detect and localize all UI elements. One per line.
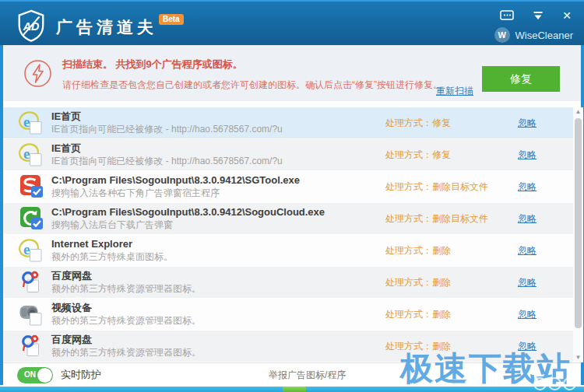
scan-result-banner: 扫描结束。 共找到9个广告程序或图标。 请仔细检查是否包含您自己创建的或者您许可… (3, 45, 581, 101)
list-item[interactable]: 百度网盘 额外的第三方特殊资源管理器图标。 处理方式：删除 忽略 (3, 267, 581, 299)
row-ignore-link[interactable]: 忽略 (518, 149, 537, 162)
row-ignore-link[interactable]: 忽略 (518, 180, 537, 194)
baidu-pan-icon (19, 270, 44, 295)
row-description: IE首页指向可能已经被修改 - http://hao.5678567.com/?… (51, 124, 283, 135)
row-texts: 视频设备 额外的第三方特殊资源管理器图标。 (51, 302, 201, 327)
row-title: 百度网盘 (51, 270, 201, 282)
list-item[interactable]: e IE首页 IE首页指向可能已经被修改 - http://hao.567856… (3, 139, 581, 171)
svg-text:e: e (23, 145, 30, 162)
sogou-cloud-icon (19, 206, 44, 231)
scrollbar-thumb[interactable] (575, 118, 582, 328)
fix-button[interactable]: 修复 (482, 66, 560, 92)
row-title: C:\Program Files\SogouInput\8.3.0.9412\S… (51, 174, 300, 187)
row-ignore-link[interactable]: 忽略 (518, 244, 537, 257)
list-item[interactable]: 视频设备 额外的第三方特殊资源管理器图标。 处理方式：删除 忽略 (3, 299, 581, 331)
scan-hint: 请仔细检查是否包含您自己创建的或者您许可创建的图标。确认后点击“修复”按钮进行修… (62, 79, 442, 92)
list-item[interactable]: e IE首页 IE首页指向可能已经被修改 - http://hao.567856… (3, 107, 581, 139)
row-texts: Internet Explorer 额外的第三方特殊桌面图标。 (51, 238, 173, 263)
row-action-method: 处理方式：删除 (385, 308, 451, 321)
ie-icon: e (19, 142, 44, 167)
window-content: 扫描结束。 共找到9个广告程序或图标。 请仔细检查是否包含您自己创建的或者您许可… (0, 45, 584, 385)
row-ignore-link[interactable]: 忽略 (518, 212, 537, 226)
beta-badge: Beta (159, 14, 184, 25)
titlebar: AD 广告清道夫 Beta ✕ W (0, 0, 584, 45)
list-item[interactable]: C:\Program Files\SogouInput\8.3.0.9412\S… (3, 203, 581, 235)
svg-text:e: e (23, 114, 30, 130)
row-action-method: 处理方式：修复 (385, 117, 451, 130)
wisecleaner-brand: W WiseCleaner (494, 27, 573, 43)
scan-summary: 扫描结束。 共找到9个广告程序或图标。 (62, 58, 442, 72)
app-logo: AD 广告清道夫 Beta (16, 9, 184, 45)
row-action-method: 处理方式：删除目标文件 (385, 212, 488, 226)
row-description: 额外的第三方特殊资源管理器图标。 (51, 347, 201, 359)
sogou-input-icon (19, 174, 44, 199)
row-title: 视频设备 (51, 302, 201, 314)
window-bottom-edge (0, 387, 584, 392)
row-description: 搜狗输入法后台下载广告弹窗 (51, 219, 325, 231)
toggle-knob (37, 368, 52, 383)
row-title: IE首页 (51, 142, 283, 155)
close-icon[interactable]: ✕ (562, 9, 572, 22)
report-ad-link[interactable]: 举报广告图标/程序 (269, 369, 346, 382)
banner-text: 扫描结束。 共找到9个广告程序或图标。 请仔细检查是否包含您自己创建的或者您许可… (62, 58, 442, 92)
row-description: IE首页指向可能已经被修改 - http://hao.5678567.com/?… (51, 156, 283, 167)
video-device-icon (19, 302, 44, 327)
toggle-state-label: ON (24, 370, 36, 379)
row-title: Internet Explorer (51, 238, 173, 250)
row-action-method: 处理方式：删除 (385, 340, 451, 353)
row-ignore-link[interactable]: 忽略 (518, 308, 537, 321)
rescan-link[interactable]: 重新扫描 (436, 85, 473, 98)
row-texts: 百度网盘 额外的第三方特殊资源管理器图标。 (51, 334, 201, 359)
list-item[interactable]: 百度网盘 额外的第三方特殊资源管理器图标。 处理方式：删除 忽略 (3, 331, 581, 362)
row-action-method: 处理方式：修复 (385, 149, 451, 162)
lightning-scan-icon (23, 59, 52, 91)
protection-label: 实时防护 (61, 368, 101, 382)
row-title: 百度网盘 (51, 334, 201, 346)
ad-list: e IE首页 IE首页指向可能已经被修改 - http://hao.567856… (3, 107, 581, 362)
feedback-icon[interactable] (500, 9, 514, 22)
brand-name: WiseCleaner (515, 30, 573, 41)
row-ignore-link[interactable]: 忽略 (518, 340, 537, 353)
minimize-to-tray-icon[interactable] (533, 9, 544, 22)
row-description: 额外的第三方特殊资源管理器图标。 (51, 315, 201, 327)
window-controls: ✕ (500, 9, 572, 22)
row-title: IE首页 (51, 110, 283, 123)
row-texts: C:\Program Files\SogouInput\8.3.0.9412\S… (51, 206, 325, 231)
row-title: C:\Program Files\SogouInput\8.3.0.9412\S… (51, 206, 325, 219)
list-item[interactable]: C:\Program Files\SogouInput\8.3.0.9412\S… (3, 171, 581, 203)
baidu-pan-icon (19, 334, 44, 359)
ad-cleaner-window: AD 广告清道夫 Beta ✕ W (0, 0, 584, 392)
bottombar: ON 实时防护 举报广告图标/程序 (3, 362, 581, 387)
row-ignore-link[interactable]: 忽略 (518, 276, 537, 289)
row-description: 额外的第三方特殊桌面图标。 (51, 251, 173, 263)
row-ignore-link[interactable]: 忽略 (518, 117, 537, 130)
row-texts: IE首页 IE首页指向可能已经被修改 - http://hao.5678567.… (51, 142, 283, 167)
row-description: 额外的第三方特殊资源管理器图标。 (51, 283, 201, 295)
row-texts: 百度网盘 额外的第三方特殊资源管理器图标。 (51, 270, 201, 295)
desktop-sliver (283, 387, 306, 392)
app-title: 广告清道夫 (56, 16, 157, 38)
row-action-method: 处理方式：删除 (385, 276, 451, 289)
scroll-down-icon[interactable]: ▼ (573, 353, 583, 362)
scroll-up-icon[interactable]: ▲ (573, 107, 583, 117)
ie-icon: e (19, 110, 44, 135)
list-scrollbar[interactable]: ▲ ▼ (573, 107, 583, 362)
ie-icon: e (19, 238, 44, 263)
row-action-method: 处理方式：删除目标文件 (385, 180, 488, 194)
row-description: 搜狗输入法各种右下角广告弹窗宿主程序 (51, 187, 300, 199)
row-texts: C:\Program Files\SogouInput\8.3.0.9412\S… (51, 174, 300, 199)
list-item[interactable]: e Internet Explorer 额外的第三方特殊桌面图标。 处理方式：删… (3, 235, 581, 267)
row-texts: IE首页 IE首页指向可能已经被修改 - http://hao.5678567.… (51, 110, 283, 135)
row-action-method: 处理方式：删除 (385, 244, 451, 257)
svg-text:e: e (23, 241, 30, 257)
shield-ad-logo-icon: AD (16, 9, 47, 45)
wisecleaner-logo-icon: W (494, 27, 510, 43)
realtime-protection-toggle[interactable]: ON (17, 367, 53, 383)
